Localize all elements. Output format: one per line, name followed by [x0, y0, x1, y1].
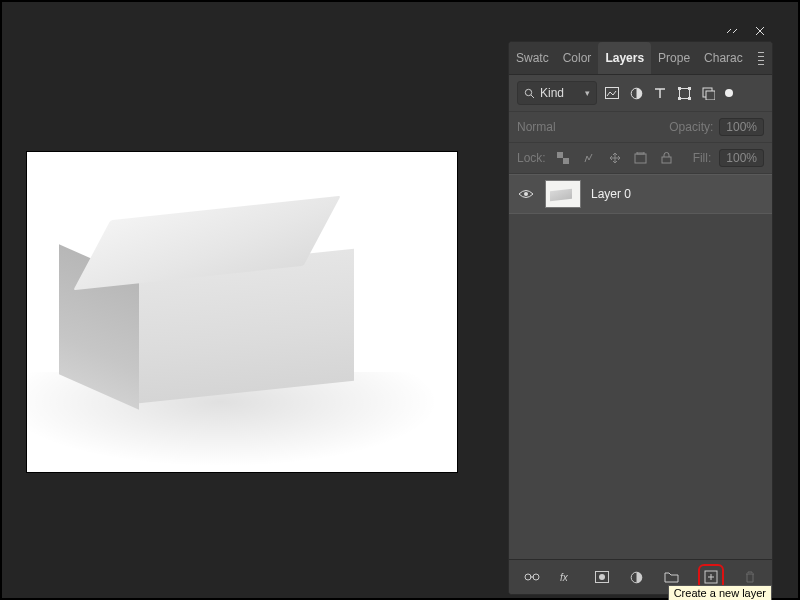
app-workspace: Swatc Color Layers Prope Charac Kind ▾	[0, 0, 800, 600]
panel-menu-icon[interactable]	[750, 52, 772, 65]
blend-row: Normal Opacity: 100%	[509, 112, 772, 143]
close-panel-icon[interactable]	[751, 22, 769, 40]
svg-point-22	[599, 574, 605, 580]
filter-adjustment-icon[interactable]	[627, 84, 645, 102]
link-layers-icon[interactable]	[523, 568, 541, 586]
layer-row[interactable]: Layer 0	[509, 174, 772, 214]
svg-rect-12	[563, 158, 569, 164]
tab-swatches[interactable]: Swatc	[509, 42, 556, 74]
svg-rect-5	[678, 87, 681, 90]
filter-shape-icon[interactable]	[675, 84, 693, 102]
svg-rect-8	[688, 97, 691, 100]
new-group-icon[interactable]	[663, 568, 681, 586]
tab-properties[interactable]: Prope	[651, 42, 697, 74]
svg-rect-7	[678, 97, 681, 100]
tab-character[interactable]: Charac	[697, 42, 750, 74]
fill-input[interactable]: 100%	[719, 149, 764, 167]
lock-position-icon[interactable]	[606, 149, 624, 167]
layer-mask-icon[interactable]	[593, 568, 611, 586]
layers-panel-wrap: Swatc Color Layers Prope Charac Kind ▾	[508, 24, 773, 595]
filter-toggle-icon[interactable]	[725, 89, 733, 97]
opacity-input[interactable]: 100%	[719, 118, 764, 136]
blend-mode-dropdown[interactable]: Normal	[517, 120, 663, 134]
filter-kind-dropdown[interactable]: Kind ▾	[517, 81, 597, 105]
lock-row: Lock: Fill: 100%	[509, 143, 772, 174]
tooltip-new-layer: Create a new layer	[668, 585, 772, 600]
svg-line-1	[531, 95, 534, 98]
collapse-icon[interactable]	[723, 22, 741, 40]
delete-layer-icon[interactable]	[741, 568, 759, 586]
svg-rect-15	[662, 157, 671, 163]
svg-rect-14	[637, 152, 644, 154]
lock-transparency-icon[interactable]	[554, 149, 572, 167]
opacity-label: Opacity:	[669, 120, 713, 134]
tab-color[interactable]: Color	[556, 42, 599, 74]
filter-kind-label: Kind	[540, 86, 564, 100]
lock-image-icon[interactable]	[580, 149, 598, 167]
layer-name-label[interactable]: Layer 0	[591, 187, 631, 201]
svg-rect-6	[688, 87, 691, 90]
filter-type-icon[interactable]	[651, 84, 669, 102]
search-icon	[524, 88, 535, 99]
layer-filter-row: Kind ▾	[509, 75, 772, 112]
lock-all-icon[interactable]	[658, 149, 676, 167]
svg-rect-11	[557, 152, 563, 158]
layer-list[interactable]: Layer 0	[509, 174, 772, 559]
svg-point-0	[525, 89, 531, 95]
layer-style-icon[interactable]: fx	[558, 568, 576, 586]
filter-pixel-icon[interactable]	[603, 84, 621, 102]
svg-point-16	[524, 192, 528, 196]
document-canvas[interactable]	[27, 152, 457, 472]
lock-artboard-icon[interactable]	[632, 149, 650, 167]
visibility-eye-icon[interactable]	[517, 189, 535, 199]
panel-tabs: Swatc Color Layers Prope Charac	[509, 42, 772, 75]
filter-smartobject-icon[interactable]	[699, 84, 717, 102]
layer-thumbnail[interactable]	[545, 180, 581, 208]
svg-rect-13	[635, 154, 646, 163]
adjustment-layer-icon[interactable]	[628, 568, 646, 586]
layers-panel: Swatc Color Layers Prope Charac Kind ▾	[508, 41, 773, 595]
svg-rect-10	[706, 91, 715, 100]
tab-layers[interactable]: Layers	[598, 42, 651, 74]
panel-window-controls	[508, 24, 773, 41]
fill-label: Fill:	[693, 151, 712, 165]
svg-rect-2	[606, 88, 619, 99]
svg-text:fx: fx	[560, 572, 569, 583]
chevron-down-icon: ▾	[585, 88, 590, 98]
lock-label: Lock:	[517, 151, 546, 165]
